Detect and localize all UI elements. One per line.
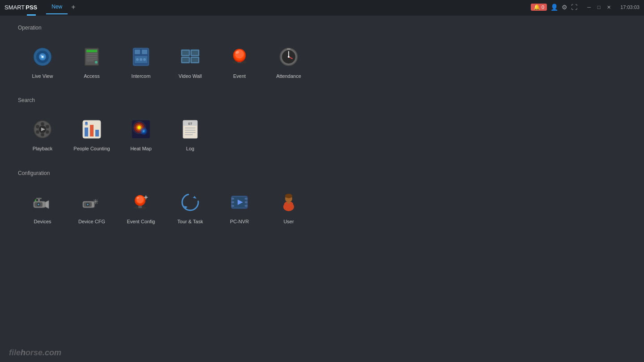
svg-point-123 [285, 194, 292, 198]
maximize-button[interactable]: □ [595, 4, 602, 11]
device-cfg-item[interactable]: Device CFG [67, 185, 116, 229]
user-icon[interactable]: 👤 [550, 4, 558, 11]
alarm-badge[interactable]: 🔔 0 [531, 4, 547, 11]
device-cfg-label: Device CFG [78, 218, 105, 225]
configuration-section: Configuration [18, 170, 626, 229]
svg-text:07: 07 [188, 122, 192, 126]
heat-map-icon [128, 117, 154, 142]
close-button[interactable]: ✕ [605, 4, 612, 11]
live-view-item[interactable]: Live View [18, 40, 67, 84]
svg-rect-126 [287, 201, 290, 204]
attendance-item[interactable]: Attendance [264, 40, 313, 84]
attendance-icon [276, 44, 301, 69]
svg-rect-56 [85, 128, 88, 136]
tab-new[interactable]: New [46, 0, 68, 14]
event-icon [227, 44, 252, 69]
gear-icon[interactable]: ⚙ [562, 4, 567, 11]
devices-item[interactable]: Devices [18, 185, 67, 229]
svg-rect-118 [245, 198, 247, 200]
event-config-item[interactable]: Event Config [116, 185, 166, 229]
svg-rect-30 [192, 58, 198, 62]
svg-point-52 [36, 130, 39, 134]
app-logo: SMART PSS [4, 4, 37, 11]
svg-rect-18 [142, 50, 147, 54]
svg-rect-17 [135, 50, 140, 54]
log-label: Log [186, 145, 194, 152]
svg-rect-120 [245, 205, 247, 207]
video-wall-label: Video Wall [179, 73, 202, 79]
video-wall-icon [178, 44, 203, 69]
svg-rect-93 [93, 201, 94, 202]
time-display: 17:03:03 [620, 4, 640, 10]
app-name-smart: SMART [4, 4, 25, 11]
event-item[interactable]: Event [215, 40, 264, 84]
window-controls: ─ □ ✕ [585, 4, 612, 11]
tab-add-button[interactable]: + [68, 3, 79, 11]
access-item[interactable]: Access [67, 40, 116, 84]
video-wall-item[interactable]: Video Wall [166, 40, 215, 84]
svg-marker-111 [193, 196, 196, 199]
svg-point-89 [87, 204, 89, 205]
operation-title: Operation [18, 25, 626, 31]
bell-icon: 🔔 [533, 4, 540, 10]
user-label: User [283, 218, 294, 225]
playback-item[interactable]: Playback [18, 112, 67, 156]
app-name-pss: PSS [26, 4, 37, 11]
svg-rect-77 [185, 134, 193, 135]
svg-rect-9 [86, 53, 97, 54]
svg-point-50 [46, 130, 49, 134]
tour-task-item[interactable]: Tour & Task [166, 185, 215, 229]
access-icon [79, 44, 104, 69]
svg-rect-75 [185, 130, 196, 131]
operation-grid: Live View Acc [18, 40, 626, 84]
pc-nvr-item[interactable]: PC-NVR [215, 185, 264, 229]
access-label: Access [84, 73, 99, 79]
svg-rect-76 [185, 132, 196, 133]
screen-icon[interactable]: ⛶ [571, 4, 577, 11]
minimize-button[interactable]: ─ [585, 4, 593, 11]
log-item[interactable]: 07 Log [166, 112, 215, 156]
svg-point-21 [140, 58, 142, 61]
people-counting-icon [79, 117, 104, 142]
people-counting-item[interactable]: People Counting [67, 112, 116, 156]
svg-point-59 [85, 122, 88, 124]
svg-rect-108 [144, 197, 145, 198]
event-config-icon [128, 190, 154, 215]
event-label: Event [233, 73, 246, 79]
svg-rect-58 [95, 130, 99, 136]
device-cfg-icon [79, 190, 104, 215]
svg-rect-96 [97, 200, 98, 200]
svg-rect-28 [192, 51, 198, 55]
tour-task-icon [178, 190, 203, 215]
svg-marker-82 [45, 200, 49, 209]
playback-label: Playback [33, 145, 53, 152]
svg-point-105 [145, 196, 147, 198]
log-icon: 07 [178, 117, 203, 142]
svg-point-53 [36, 125, 39, 128]
live-view-label: Live View [32, 73, 53, 79]
pc-nvr-label: PC-NVR [230, 218, 249, 225]
tab-area: New + [46, 0, 79, 14]
svg-rect-29 [182, 58, 189, 62]
svg-rect-11 [86, 57, 97, 58]
operation-section: Operation Live View [18, 25, 626, 84]
watermark: filehorse.com [9, 348, 61, 358]
svg-point-36 [235, 50, 244, 59]
configuration-title: Configuration [18, 170, 626, 176]
user-icon-box [276, 190, 301, 215]
svg-point-43 [288, 56, 290, 58]
svg-rect-84 [36, 198, 42, 199]
heat-map-item[interactable]: Heat Map [116, 112, 166, 156]
svg-rect-8 [86, 50, 97, 52]
svg-rect-10 [86, 55, 97, 56]
svg-point-49 [46, 125, 49, 128]
svg-point-110 [182, 194, 198, 210]
svg-rect-57 [90, 125, 94, 136]
svg-rect-115 [231, 198, 234, 200]
svg-rect-12 [86, 59, 97, 60]
user-item[interactable]: User [264, 185, 313, 229]
intercom-item[interactable]: Intercom [116, 40, 166, 84]
svg-rect-44 [287, 48, 290, 50]
svg-rect-27 [182, 51, 189, 55]
search-grid: Playback People Counting [18, 112, 626, 156]
